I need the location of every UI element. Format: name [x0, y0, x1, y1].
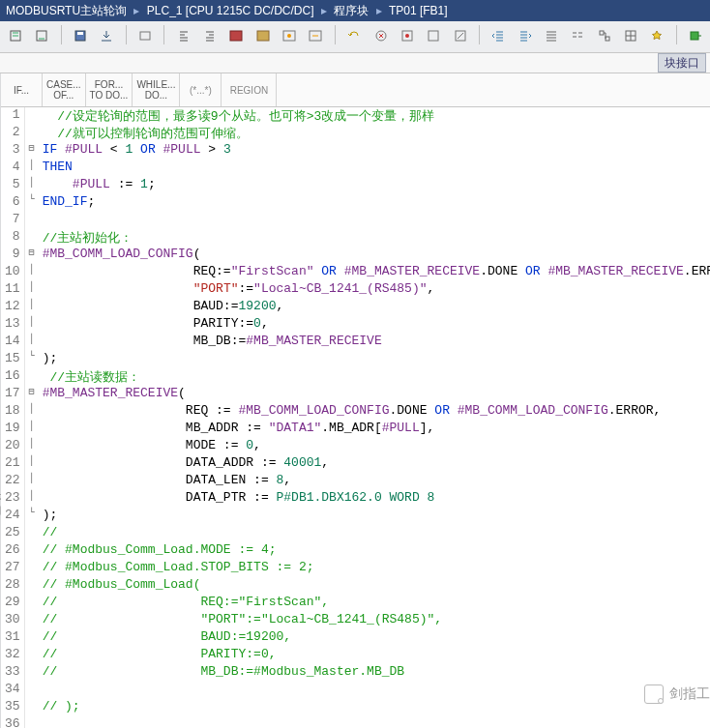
toolbar-btn-lines1[interactable]	[541, 25, 562, 46]
toolbar-btn-block4[interactable]	[305, 25, 326, 46]
code-text[interactable]: REQ:="FirstScan" OR #MB_MASTER_RECEIVE.D…	[39, 264, 710, 281]
interface-split-row[interactable]: 块接口	[0, 53, 710, 73]
code-text[interactable]: #PULL := 1;	[39, 177, 710, 194]
code-line[interactable]: 16 //主站读数据：	[1, 368, 710, 386]
code-text[interactable]: // BAUD:=19200,	[39, 629, 710, 647]
code-text[interactable]: //主站读数据：	[39, 368, 710, 386]
code-text[interactable]: // #Modbus_Comm_Load(	[39, 577, 710, 595]
code-line[interactable]: 12│ BAUD:=19200,	[1, 299, 710, 316]
fold-gutter[interactable]: │	[24, 177, 39, 194]
fold-gutter[interactable]	[24, 212, 39, 229]
fold-gutter[interactable]	[24, 699, 39, 716]
code-text[interactable]: //	[39, 525, 710, 542]
code-line[interactable]: 19│ MB_ADDR := "DATA1".MB_ADR[#PULL],	[1, 421, 710, 438]
breadcrumb-item[interactable]: MODBUSRTU主站轮询	[6, 4, 127, 17]
code-line[interactable]: 9⊟#MB_COMM_LOAD_CONFIG(	[1, 247, 710, 264]
code-text[interactable]: END_IF;	[39, 194, 710, 212]
code-text[interactable]: DATA_PTR := P#DB1.DBX162.0 WORD 8	[39, 490, 710, 508]
toolbar-btn-download[interactable]	[96, 25, 117, 46]
fold-gutter[interactable]	[24, 647, 39, 664]
code-line[interactable]: 21│ DATA_ADDR := 40001,	[1, 455, 710, 473]
fold-gutter[interactable]	[24, 368, 39, 386]
code-line[interactable]: 8//主站初始化：	[1, 229, 710, 247]
breadcrumb-item[interactable]: TP01 [FB1]	[389, 4, 448, 17]
code-line[interactable]: 31// BAUD:=19200,	[1, 629, 710, 647]
code-text[interactable]: // "PORT":="Local~CB_1241_(RS485)",	[39, 612, 710, 629]
indent-right-button[interactable]	[199, 25, 221, 46]
fold-gutter[interactable]: │	[24, 264, 39, 281]
toolbar-btn-tree[interactable]	[594, 25, 615, 46]
tmpl-comment[interactable]: (*...*)	[180, 73, 222, 106]
toolbar-btn-x2[interactable]	[397, 25, 418, 46]
code-line[interactable]: 26// #Modbus_Comm_Load.MODE := 4;	[1, 542, 710, 560]
code-line[interactable]: 30// "PORT":="Local~CB_1241_(RS485)",	[1, 612, 710, 629]
code-text[interactable]	[39, 682, 710, 699]
fold-gutter[interactable]: │	[24, 299, 39, 316]
code-text[interactable]: MB_ADDR := "DATA1".MB_ADR[#PULL],	[39, 421, 710, 438]
indent-button[interactable]	[515, 25, 536, 46]
code-text[interactable]: #MB_COMM_LOAD_CONFIG(	[39, 247, 710, 264]
code-line[interactable]: 10│ REQ:="FirstScan" OR #MB_MASTER_RECEI…	[1, 264, 710, 281]
fold-gutter[interactable]	[24, 682, 39, 699]
fold-gutter[interactable]: └	[24, 194, 39, 212]
code-line[interactable]: 14│ MB_DB:=#MB_MASTER_RECEIVE	[1, 334, 710, 351]
code-text[interactable]: #MB_MASTER_RECEIVE(	[39, 386, 710, 403]
tmpl-for[interactable]: FOR...TO DO...	[86, 73, 133, 106]
toolbar-btn-x1[interactable]	[370, 25, 392, 46]
code-line[interactable]: 6└END_IF;	[1, 194, 710, 212]
fold-gutter[interactable]: │	[24, 490, 39, 508]
fold-gutter[interactable]: │	[24, 455, 39, 473]
fold-gutter[interactable]: │	[24, 316, 39, 334]
fold-gutter[interactable]: │	[24, 473, 39, 490]
code-text[interactable]: // #Modbus_Comm_Load.MODE := 4;	[39, 542, 710, 560]
save-button[interactable]	[70, 25, 91, 46]
block-interface-tab[interactable]: 块接口	[658, 53, 706, 73]
toolbar-btn-fav[interactable]	[646, 25, 667, 46]
fold-gutter[interactable]: ⊟	[24, 386, 39, 403]
code-line[interactable]: 25//	[1, 525, 710, 542]
code-line[interactable]: 2 //就可以控制轮询的范围可伸缩。	[1, 125, 710, 142]
fold-gutter[interactable]	[24, 595, 39, 612]
breadcrumb-item[interactable]: 程序块	[334, 4, 369, 17]
toolbar-btn-x3[interactable]	[423, 25, 444, 46]
fold-gutter[interactable]	[24, 542, 39, 560]
code-text[interactable]: // PARITY:=0,	[39, 647, 710, 664]
tmpl-while[interactable]: WHILE...DO...	[133, 73, 180, 106]
tmpl-region[interactable]: REGION	[222, 73, 277, 106]
toolbar-btn-lines2[interactable]	[567, 25, 588, 46]
fold-gutter[interactable]	[24, 229, 39, 247]
code-line[interactable]: 18│ REQ := #MB_COMM_LOAD_CONFIG.DONE OR …	[1, 403, 710, 421]
tmpl-case[interactable]: CASE...OF...	[43, 73, 86, 106]
tmpl-if[interactable]: IF...	[1, 73, 43, 106]
code-text[interactable]	[39, 716, 710, 728]
code-text[interactable]: "PORT":="Local~CB_1241_(RS485)",	[39, 281, 710, 299]
code-line[interactable]: 22│ DATA_LEN := 8,	[1, 473, 710, 490]
code-line[interactable]: 7	[1, 212, 710, 229]
breadcrumb-item[interactable]: PLC_1 [CPU 1215C DC/DC/DC]	[147, 4, 314, 17]
fold-gutter[interactable]: │	[24, 438, 39, 455]
code-text[interactable]: DATA_ADDR := 40001,	[39, 455, 710, 473]
toolbar-btn-block3[interactable]	[279, 25, 300, 46]
toolbar-btn-cut[interactable]	[134, 25, 156, 46]
toolbar-btn-2[interactable]	[31, 25, 52, 46]
fold-gutter[interactable]	[24, 525, 39, 542]
toolbar-btn-grid[interactable]	[620, 25, 641, 46]
code-editor[interactable]: 1 //设定轮询的范围，最多读9个从站。也可将>3改成一个变量，那样2 //就可…	[1, 107, 710, 728]
toolbar-btn-block2[interactable]	[252, 25, 274, 46]
fold-gutter[interactable]: ⊟	[24, 142, 39, 160]
code-line[interactable]: 36	[1, 716, 710, 728]
code-line[interactable]: 23│ DATA_PTR := P#DB1.DBX162.0 WORD 8	[1, 490, 710, 508]
code-text[interactable]: //就可以控制轮询的范围可伸缩。	[39, 125, 710, 142]
code-line[interactable]: 28// #Modbus_Comm_Load(	[1, 577, 710, 595]
code-line[interactable]: 3⊟IF #PULL < 1 OR #PULL > 3	[1, 142, 710, 160]
fold-gutter[interactable]	[24, 716, 39, 728]
code-text[interactable]: );	[39, 351, 710, 368]
code-text[interactable]: PARITY:=0,	[39, 316, 710, 334]
code-text[interactable]: MODE := 0,	[39, 438, 710, 455]
code-text[interactable]: MB_DB:=#MB_MASTER_RECEIVE	[39, 334, 710, 351]
code-text[interactable]: //设定轮询的范围，最多读9个从站。也可将>3改成一个变量，那样	[39, 107, 710, 125]
code-text[interactable]: // REQ:="FirstScan",	[39, 595, 710, 612]
code-line[interactable]: 1 //设定轮询的范围，最多读9个从站。也可将>3改成一个变量，那样	[1, 107, 710, 125]
toolbar-btn-block1[interactable]	[225, 25, 247, 46]
code-text[interactable]: REQ := #MB_COMM_LOAD_CONFIG.DONE OR #MB_…	[39, 403, 710, 421]
